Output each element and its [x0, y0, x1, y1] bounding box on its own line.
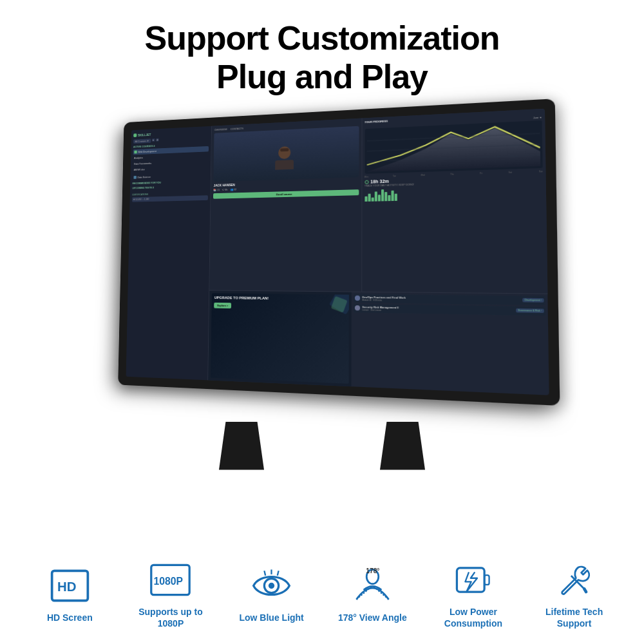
upgrade-section: UPGRADE TO PREMIUM PLAN! Explore >	[209, 290, 352, 386]
feature-hd-screen: HD HD Screen	[28, 565, 111, 623]
screen-progress: YOUR PROGRESS June ▼	[362, 108, 547, 293]
svg-line-19	[571, 576, 584, 589]
svg-rect-18	[485, 575, 489, 585]
svg-line-20	[584, 589, 586, 592]
monitor-body: SKILLJET All Courses ▼ ▾ ⊕ ACTIVE COURSE…	[118, 99, 560, 406]
header: Support Customization Plug and Play	[0, 0, 644, 103]
svg-text:1080P: 1080P	[154, 576, 184, 587]
svg-text:HD: HD	[57, 580, 76, 594]
tools-icon	[553, 559, 595, 601]
monitor-screen: SKILLJET All Courses ▼ ▾ ⊕ ACTIVE COURSE…	[126, 108, 549, 395]
1080p-icon: 1080P	[149, 559, 191, 601]
svg-line-10	[264, 571, 265, 575]
hd-icon: HD	[49, 565, 91, 607]
progress-chart	[365, 120, 543, 173]
view-angle-icon: 178°	[352, 565, 393, 607]
page-title: Support Customization Plug and Play	[13, 19, 631, 97]
features-bar: HD HD Screen 1080P Supports up to 1080P	[0, 544, 644, 644]
svg-line-12	[278, 571, 279, 575]
course-row: Dev/Ops Practices and Final Work Module …	[354, 294, 545, 305]
svg-point-9	[269, 583, 274, 589]
feature-1080p: 1080P Supports up to 1080P	[129, 559, 213, 629]
screen-main: OVERVIEW CONTACTS	[209, 108, 549, 395]
screen-content: SKILLJET All Courses ▼ ▾ ⊕ ACTIVE COURSE…	[126, 108, 549, 395]
course-row: Security Risk Management II Lecture · On…	[354, 303, 545, 315]
feature-view-angle: 178° 178° View Angle	[330, 565, 414, 623]
screen-profile: OVERVIEW CONTACTS	[210, 118, 362, 291]
screen-sidebar: SKILLJET All Courses ▼ ▾ ⊕ ACTIVE COURSE…	[126, 126, 213, 380]
monitor-stand	[219, 422, 425, 470]
courses-list: Dev/Ops Practices and Final Work Module …	[352, 292, 549, 395]
feature-tech-support: Lifetime Tech Support	[533, 559, 616, 629]
svg-rect-17	[457, 568, 485, 592]
feature-low-blue-light: Low Blue Light	[230, 565, 314, 623]
feature-low-power: Low Power Consumption	[431, 559, 515, 629]
profile-image	[214, 126, 359, 181]
svg-line-14	[356, 585, 372, 599]
svg-text:178°: 178°	[366, 567, 379, 574]
battery-icon	[452, 559, 494, 601]
eye-icon	[251, 565, 292, 607]
monitor-wrapper: SKILLJET All Courses ▼ ▾ ⊕ ACTIVE COURSE…	[77, 109, 567, 444]
svg-line-15	[372, 585, 388, 599]
monitor-section: SKILLJET All Courses ▼ ▾ ⊕ ACTIVE COURSE…	[0, 103, 644, 444]
